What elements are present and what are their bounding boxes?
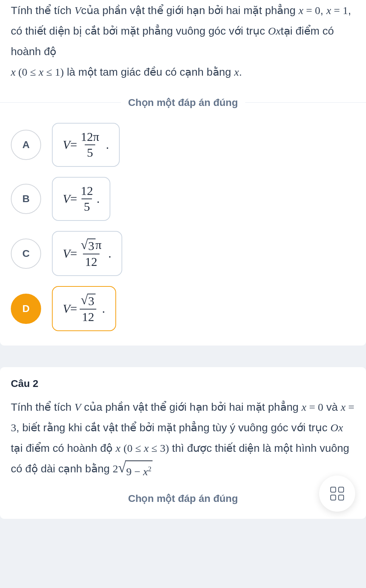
sqrt: √3	[81, 294, 96, 308]
radicand: 3	[87, 239, 96, 253]
option-formula-B: V = 12 5 .	[52, 177, 110, 221]
radicand-text: 9 −	[126, 466, 143, 477]
math-V: V	[63, 247, 70, 260]
option-D[interactable]: D V = √3 12 .	[11, 286, 355, 331]
denominator: 12	[80, 309, 96, 324]
option-formula-C: V = √3π 12 .	[52, 231, 122, 276]
option-letter-A: A	[11, 130, 41, 160]
option-formula-D: V = √3 12 .	[52, 286, 116, 331]
question-1-text: Tính thể tích Vcủa phần vật thể giới hạn…	[0, 0, 366, 93]
period: .	[99, 302, 105, 316]
math-V: V	[74, 401, 81, 413]
math-V: V	[63, 138, 70, 152]
math-x: x	[341, 401, 345, 413]
text: ,	[320, 4, 326, 16]
math-Ox: Ox	[268, 25, 281, 37]
choose-prompt-2: Chọn một đáp án đúng	[11, 493, 355, 504]
math-x: x	[326, 4, 331, 16]
text: là một tam giác đều có cạnh bằng	[64, 66, 234, 78]
fraction: √3π 12	[79, 238, 104, 269]
text: Tính thể tích	[11, 4, 74, 16]
math-x: x	[301, 401, 306, 413]
denominator: 5	[85, 144, 95, 160]
text: và	[323, 401, 341, 413]
math-V: V	[63, 302, 70, 316]
question-2-text: Tính thể tích V của phần vật thể giới hạ…	[11, 397, 355, 482]
text: của phần vật thể giới hạn bởi hai mặt ph…	[81, 4, 299, 16]
fraction: 12 5	[79, 184, 95, 214]
grid-icon	[330, 487, 344, 500]
text: , biết rằng khi cắt vật thể bởi mặt phẳn…	[16, 422, 330, 433]
option-B[interactable]: B V = 12 5 .	[11, 177, 355, 221]
choose-prompt: Chọn một đáp án đúng	[121, 97, 245, 108]
option-letter-D: D	[11, 294, 41, 324]
math-eq: =	[70, 192, 77, 206]
text: Tính thể tích	[11, 401, 74, 413]
choose-prompt-divider: Chọn một đáp án đúng	[0, 97, 366, 108]
sqrt: √3	[81, 239, 96, 253]
math-x: x	[234, 66, 239, 78]
math-range: (0 ≤	[123, 442, 144, 454]
math-eq: = 0	[303, 4, 320, 16]
option-letter-C: C	[11, 239, 41, 269]
math-range: ≤ 3)	[149, 442, 169, 454]
math-x: x	[299, 4, 303, 16]
denominator: 5	[81, 199, 92, 214]
math-x: x	[11, 66, 16, 78]
math-eq: = 1	[331, 4, 348, 16]
radicand: 3	[87, 294, 96, 308]
numerator: 12	[79, 184, 95, 199]
math-x: x	[144, 442, 149, 454]
period: .	[105, 247, 111, 260]
math-eq: =	[70, 247, 77, 260]
options-list: A V = 12π 5 . B V = 12 5 .	[0, 123, 366, 331]
math-Ox: Ox	[330, 422, 343, 433]
math-eq: = 0	[307, 401, 323, 413]
pi: π	[96, 238, 102, 251]
denominator: 12	[83, 254, 100, 269]
question-1-card: Tính thể tích Vcủa phần vật thể giới hạn…	[0, 0, 366, 346]
math-range: (0 ≤	[16, 66, 39, 78]
fraction: √3 12	[79, 293, 98, 324]
option-A[interactable]: A V = 12π 5 .	[11, 123, 355, 167]
math-V: V	[63, 192, 70, 206]
math-eq: =	[70, 302, 77, 316]
numerator: √3π	[79, 238, 104, 254]
option-letter-B: B	[11, 184, 41, 214]
text: tại điểm có hoành độ	[11, 442, 116, 454]
period: .	[97, 192, 100, 206]
numerator: √3	[79, 293, 98, 309]
math-x: x	[143, 466, 148, 477]
divider-line	[0, 102, 121, 103]
math-x: x	[39, 66, 43, 78]
numerator: 12π	[79, 130, 101, 144]
radicand: 9 − x2	[125, 460, 153, 482]
option-C[interactable]: C V = √3π 12 .	[11, 231, 355, 276]
grid-menu-button[interactable]	[319, 476, 355, 512]
math-V: V	[74, 4, 81, 16]
math-range: ≤ 1)	[44, 66, 64, 78]
fraction: 12π 5	[79, 130, 101, 160]
exponent: 2	[148, 465, 151, 473]
text: của phần vật thể giới hạn bởi hai mặt ph…	[81, 401, 302, 413]
math-coef: 2	[113, 463, 118, 475]
sqrt: √9 − x2	[118, 460, 153, 482]
text: .	[239, 66, 242, 78]
math-x: x	[116, 442, 120, 454]
question-2-card: Câu 2 Tính thể tích V của phần vật thể g…	[0, 367, 366, 519]
divider-line	[245, 102, 366, 103]
question-2-label: Câu 2	[11, 378, 355, 389]
option-formula-A: V = 12π 5 .	[52, 123, 120, 167]
math-eq: =	[70, 138, 77, 152]
period: .	[103, 138, 109, 152]
